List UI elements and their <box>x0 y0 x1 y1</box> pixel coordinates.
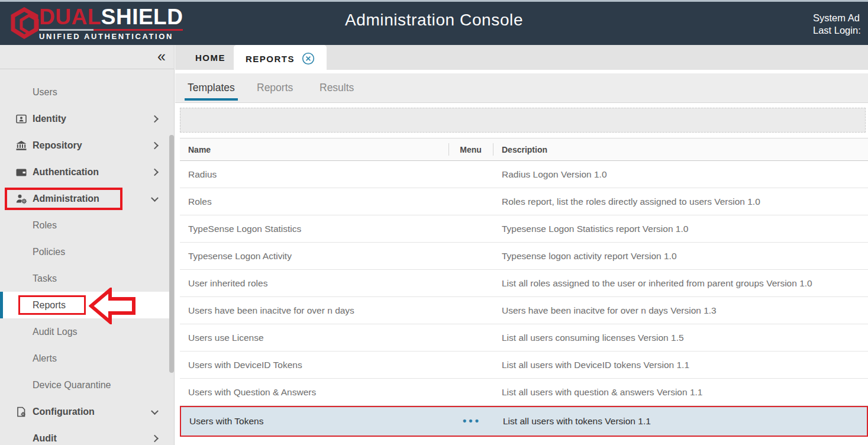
subtab-results[interactable]: Results <box>317 73 357 102</box>
cell-name: Roles <box>180 196 448 207</box>
sidebar-item-label: Tasks <box>33 273 57 284</box>
table-row[interactable]: Roles Roles report, list the roles direc… <box>180 188 868 215</box>
sidebar-collapse-row: « <box>0 45 174 69</box>
subtab-reports[interactable]: Reports <box>254 73 296 102</box>
sidebar-item-users[interactable]: Users <box>0 79 174 105</box>
cell-name: User inherited roles <box>180 278 448 289</box>
subtab-templates[interactable]: Templates <box>185 73 238 102</box>
cell-name: Radius <box>180 169 448 180</box>
chevron-down-icon <box>151 407 159 415</box>
cell-description: List all users with tokens Version 1.1 <box>494 416 867 427</box>
table-row-selected[interactable]: Users with Tokens ••• List all users wit… <box>180 406 868 437</box>
sidebar-item-repository[interactable]: Repository <box>0 132 174 159</box>
chevron-right-icon <box>151 115 159 122</box>
table-row[interactable]: Users with DeviceID Tokens List all user… <box>180 352 868 379</box>
user-gear-icon <box>15 193 27 205</box>
sidebar-item-configuration[interactable]: Configuration <box>0 398 174 425</box>
sidebar-item-reports[interactable]: Reports <box>0 292 174 318</box>
sidebar-item-label: Audit Logs <box>33 327 78 337</box>
sidebar-item-label: Device Quarantine <box>33 380 111 391</box>
cell-name: TypeSense Logon Statistics <box>180 224 448 234</box>
page-title: Administration Console <box>0 11 868 30</box>
table-row[interactable]: User inherited roles List all roles assi… <box>180 270 868 297</box>
subtab-label: Results <box>320 82 354 93</box>
sidebar-item-identity[interactable]: Identity <box>0 105 174 132</box>
tab-label: REPORTS <box>246 54 295 64</box>
sidebar: « Users Identity Repository Authenticati… <box>0 45 175 445</box>
sidebar-item-roles[interactable]: Roles <box>0 212 174 238</box>
last-login: Last Login: <box>813 24 868 37</box>
cell-name: Users use License <box>180 333 448 343</box>
sidebar-item-label: Alerts <box>33 353 57 364</box>
tab-label: HOME <box>195 53 225 63</box>
collapse-sidebar-icon[interactable]: « <box>157 48 166 65</box>
column-divider <box>493 143 493 156</box>
cell-name: Typesense Logon Activity <box>180 251 448 262</box>
table-row[interactable]: Users with Question & Answers List all u… <box>180 379 868 406</box>
sidebar-item-label: Repository <box>33 140 82 151</box>
row-menu-icon[interactable]: ••• <box>463 415 481 427</box>
brand-tagline: UNIFIED AUTHENTICATION <box>39 32 183 41</box>
chevron-right-icon <box>151 168 159 176</box>
wallet-icon <box>15 166 27 178</box>
tab-strip: HOME REPORTS <box>175 45 868 70</box>
cell-name: Users have been inacitve for over n days <box>180 305 448 316</box>
column-header-description[interactable]: Description <box>493 145 868 154</box>
cell-description: List all roles assigned to the user or i… <box>493 278 868 289</box>
subtab-strip: Templates Reports Results <box>175 73 868 103</box>
sidebar-item-administration[interactable]: Administration <box>0 185 174 212</box>
sidebar-item-label: Roles <box>33 220 57 231</box>
table-row[interactable]: Typesense Logon Activity Typesense logon… <box>180 243 868 270</box>
subtab-label: Templates <box>188 82 235 93</box>
tab-home[interactable]: HOME <box>183 45 237 70</box>
sidebar-item-audit-logs[interactable]: Audit Logs <box>0 318 174 345</box>
sidebar-item-policies[interactable]: Policies <box>0 238 174 265</box>
sidebar-item-label: Configuration <box>33 407 95 417</box>
app-header: DUALSHIELD UNIFIED AUTHENTICATION Admini… <box>0 0 868 45</box>
sidebar-item-label: Users <box>33 87 57 98</box>
subtab-label: Reports <box>257 82 293 93</box>
column-header-menu[interactable]: Menu <box>448 145 493 154</box>
sidebar-item-label: Identity <box>33 114 66 124</box>
user-name: System Ad <box>813 12 868 24</box>
user-info: System Ad Last Login: <box>813 12 868 37</box>
table-row[interactable]: TypeSense Logon Statistics Typesense Log… <box>180 215 868 243</box>
sidebar-item-device-quarantine[interactable]: Device Quarantine <box>0 372 174 398</box>
templates-toolbar <box>180 108 866 133</box>
sidebar-item-tasks[interactable]: Tasks <box>0 265 174 292</box>
sidebar-scrollbar[interactable] <box>169 135 174 373</box>
table-row[interactable]: Radius Radius Logon Version 1.0 <box>180 161 868 188</box>
chevron-right-icon <box>151 434 159 442</box>
cell-name: Users with Tokens <box>181 416 450 427</box>
cell-description: List all users with question & answers V… <box>493 387 868 398</box>
table-row[interactable]: Users use License List all users consumi… <box>180 324 868 352</box>
table-row[interactable]: Users have been inacitve for over n days… <box>180 297 868 324</box>
cell-description: Radius Logon Version 1.0 <box>493 169 868 180</box>
cell-description: Typesense logon activity report Version … <box>493 251 868 262</box>
file-gear-icon <box>15 406 27 418</box>
sidebar-item-audit[interactable]: Audit <box>0 425 174 445</box>
column-divider <box>448 143 449 156</box>
cell-description: Roles report, list the roles directly as… <box>493 196 868 207</box>
cell-description: List all users with DeviceID tokens Vers… <box>493 360 868 370</box>
sidebar-item-alerts[interactable]: Alerts <box>0 345 174 372</box>
tab-reports[interactable]: REPORTS <box>234 45 327 72</box>
cell-name: Users with Question & Answers <box>180 387 448 398</box>
templates-table: Name Menu Description Radius Radius Logo… <box>180 138 868 437</box>
close-tab-icon[interactable] <box>302 52 315 65</box>
sidebar-item-label: Policies <box>33 247 65 257</box>
sidebar-item-label: Administration <box>33 194 99 204</box>
chevron-right-icon <box>151 141 159 149</box>
sidebar-nav: Users Identity Repository Authentication <box>0 69 174 445</box>
cell-description: Users have been inacitve for over n days… <box>493 305 868 316</box>
dualshield-admin-console: { "colors": { "header_bg": "#2d3b49", "b… <box>0 0 868 445</box>
sidebar-item-authentication[interactable]: Authentication <box>0 159 174 185</box>
cell-description: Typesense Logon Statistics report Versio… <box>493 224 868 234</box>
column-header-name[interactable]: Name <box>180 145 448 154</box>
table-header-row: Name Menu Description <box>180 138 868 161</box>
sidebar-item-label: Reports <box>33 300 66 311</box>
sidebar-item-label: Authentication <box>33 167 99 178</box>
chevron-down-icon <box>151 194 159 202</box>
cell-name: Users with DeviceID Tokens <box>180 360 448 370</box>
bank-icon <box>15 140 27 151</box>
